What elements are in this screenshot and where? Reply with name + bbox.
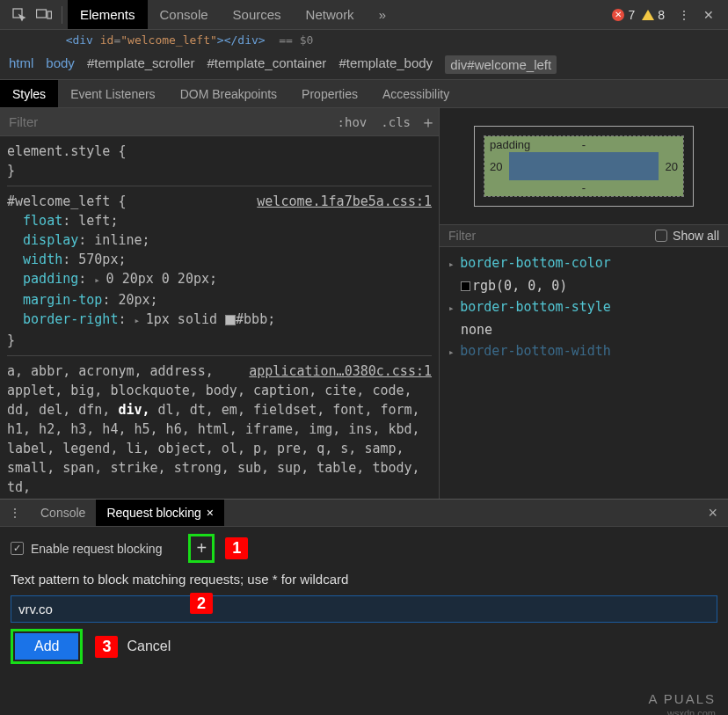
val-display[interactable]: inline; (94, 232, 149, 248)
drawer-tab-label: Request blocking (106, 506, 200, 520)
val-margin-top[interactable]: 20px; (118, 292, 157, 308)
crumb-scroller[interactable]: #template_scroller (87, 55, 195, 74)
dom-selected-snippet: <div id="welcome_left"></div> == $0 (0, 30, 728, 50)
cls-toggle[interactable]: .cls (374, 112, 418, 133)
request-blocking-panel: ✓ Enable request blocking + 1 Text patte… (0, 527, 728, 671)
enable-blocking-checkbox[interactable]: ✓ (11, 542, 24, 555)
drawer-tab-console[interactable]: Console (30, 500, 96, 526)
prop-width[interactable]: width (23, 252, 62, 267)
padding-label: padding (490, 138, 530, 151)
prop-display[interactable]: display (23, 232, 78, 248)
computed-val: none (461, 319, 719, 340)
padding-top[interactable]: - (582, 138, 586, 151)
brace-close: } (7, 331, 432, 350)
settings-icon[interactable]: ⋮ (672, 3, 696, 27)
warning-icon[interactable] (642, 10, 654, 20)
tab-network[interactable]: Network (294, 0, 367, 29)
tab-elements[interactable]: Elements (68, 0, 148, 29)
prop-margin-top[interactable]: margin-top (23, 292, 102, 308)
watermark: A PUALS (648, 691, 716, 706)
crumb-welcome-left[interactable]: div#welcome_left (445, 55, 557, 74)
computed-panel: padding - 20 20 - Show all border-bottom… (440, 108, 728, 499)
styles-panel: :hov .cls ＋ element.style { } welcome.1f… (0, 108, 440, 499)
drawer-menu-icon[interactable]: ⋮ (0, 506, 30, 520)
prop-border-right[interactable]: border-right (23, 311, 118, 327)
subtab-styles[interactable]: Styles (0, 80, 58, 107)
val-width[interactable]: 570px; (78, 252, 126, 267)
svg-rect-2 (47, 11, 52, 18)
close-devtools-icon[interactable]: ✕ (696, 3, 721, 27)
devtools-toolbar: Elements Console Sources Network » ✕ 7 8… (0, 0, 728, 30)
subtab-properties[interactable]: Properties (289, 80, 370, 107)
enable-blocking-label[interactable]: Enable request blocking (31, 542, 162, 556)
pattern-instruction: Text pattern to block matching requests;… (11, 572, 717, 587)
warning-count[interactable]: 8 (658, 8, 665, 22)
drawer-tab-request-blocking[interactable]: Request blocking × (96, 500, 224, 526)
subtab-dom-breakpoints[interactable]: DOM Breakpoints (168, 80, 289, 107)
close-tab-icon[interactable]: × (207, 506, 214, 520)
styles-filter-input[interactable] (0, 114, 331, 129)
annotation-1: 1 (225, 537, 248, 559)
error-count[interactable]: 7 (628, 8, 635, 22)
computed-list[interactable]: border-bottom-color rgb(0, 0, 0) border-… (440, 247, 728, 368)
pattern-input[interactable] (11, 595, 717, 623)
crumb-html[interactable]: html (9, 55, 33, 74)
add-pattern-button[interactable]: + (188, 534, 215, 563)
cancel-button[interactable]: Cancel (127, 638, 171, 654)
computed-filterbar: Show all (440, 224, 728, 247)
val-padding[interactable]: 0 20px 0 20px; (106, 271, 217, 287)
val-border-right[interactable]: 1px solid #bbb; (146, 311, 275, 327)
error-icon[interactable]: ✕ (612, 9, 624, 21)
computed-prop[interactable]: border-bottom-color (460, 255, 611, 271)
crumb-container[interactable]: #template_container (207, 55, 326, 74)
show-all-label[interactable]: Show all (673, 229, 719, 243)
plus-icon: + (196, 538, 207, 558)
watermark-sub: wsxdn.com (667, 708, 716, 715)
prop-float[interactable]: float (23, 213, 62, 229)
svg-rect-1 (37, 10, 47, 18)
breadcrumb: html body #template_scroller #template_c… (0, 50, 728, 80)
hov-toggle[interactable]: :hov (331, 112, 375, 133)
element-style-selector[interactable]: element.style { (7, 142, 432, 161)
subtab-accessibility[interactable]: Accessibility (370, 80, 462, 107)
show-all-checkbox[interactable] (655, 230, 667, 242)
padding-left[interactable]: 20 (490, 160, 502, 173)
crumb-body[interactable]: body (46, 55, 75, 74)
divider (62, 6, 62, 24)
subtab-event-listeners[interactable]: Event Listeners (58, 80, 168, 107)
main-split: :hov .cls ＋ element.style { } welcome.1f… (0, 108, 728, 499)
crumb-templatebody[interactable]: #template_body (339, 55, 433, 74)
computed-filter-input[interactable] (448, 229, 655, 243)
tab-sources[interactable]: Sources (221, 0, 294, 29)
new-rule-icon[interactable]: ＋ (418, 112, 439, 133)
padding-bottom[interactable]: - (582, 181, 586, 194)
padding-right[interactable]: 20 (666, 160, 678, 173)
computed-prop[interactable]: border-bottom-style (460, 299, 611, 315)
styles-filterbar: :hov .cls ＋ (0, 108, 439, 136)
annotation-2: 2 (190, 593, 213, 614)
add-button[interactable]: Add (15, 633, 78, 660)
device-icon[interactable] (32, 3, 56, 27)
computed-prop-cut[interactable]: border-bottom-width (460, 343, 611, 359)
rule-source-link[interactable]: welcome.1fa7be5a.css:1 (257, 192, 432, 211)
styles-rules[interactable]: element.style { } welcome.1fa7be5a.css:1… (0, 136, 439, 499)
inspect-icon[interactable] (7, 3, 32, 27)
tab-console[interactable]: Console (148, 0, 221, 29)
panel-tabs: Elements Console Sources Network » (68, 0, 398, 29)
rule3-source-link[interactable]: application…0380c.css:1 (249, 361, 432, 381)
content-box[interactable] (509, 152, 659, 180)
box-model[interactable]: padding - 20 20 - (440, 108, 728, 224)
val-float[interactable]: left; (78, 213, 118, 229)
prop-padding[interactable]: padding (23, 271, 78, 287)
drawer-tabs: ⋮ Console Request blocking × × (0, 499, 728, 527)
brace-close: } (7, 161, 432, 180)
elements-subtabs: Styles Event Listeners DOM Breakpoints P… (0, 80, 728, 108)
rule3-selector[interactable]: a, abbr, acronym, address, applet, big, … (7, 363, 420, 495)
drawer-close-icon[interactable]: × (697, 504, 728, 522)
welcome-left-selector[interactable]: #welcome_left { (7, 193, 126, 209)
annotation-3: 3 (95, 636, 118, 658)
computed-val: rgb(0, 0, 0) (461, 275, 719, 296)
tab-overflow[interactable]: » (367, 0, 398, 29)
